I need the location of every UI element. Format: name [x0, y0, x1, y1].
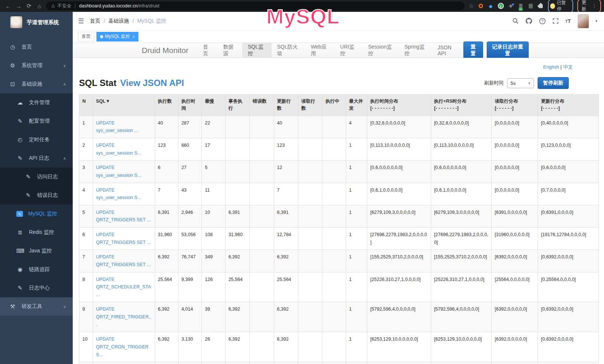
cell-exec_count: 6,392	[155, 302, 178, 332]
sidebar-item-file[interactable]: ☁文件管理	[0, 93, 73, 112]
druid-nav-首页[interactable]: 首页	[197, 43, 217, 57]
sidebar-item-redis[interactable]: ≣Redis 监控	[0, 223, 73, 242]
fullscreen-icon[interactable]	[552, 18, 559, 24]
sql-statement-link[interactable]: UPDATE sys_user_session S...	[96, 165, 141, 178]
sql-statement-link[interactable]: UPDATE sys_user_session S...	[96, 188, 141, 201]
sidebar-item-access-log[interactable]: ✎访问日志	[0, 168, 73, 186]
cell-update_row_dist: [0,6391,0,0,0,0]	[538, 205, 599, 227]
sidebar-item-log-center[interactable]: ✎日志中心	[0, 279, 73, 297]
sql-stat-table: NSQL▼执行数执行时间最慢事务执行错误数更新行数读取行数执行中最大并发执行时间…	[79, 94, 599, 364]
druid-nav-SQL监控[interactable]: SQL监控	[242, 43, 272, 57]
sidebar-item-home[interactable]: ◷首页	[0, 38, 73, 56]
sql-statement-link[interactable]: UPDATE QRTZ_FIRED_TRIGGER...	[96, 307, 151, 327]
forward-icon[interactable]: →	[13, 3, 24, 9]
column-header-n[interactable]: N	[79, 95, 93, 116]
sidebar-item-label: 文件管理	[29, 99, 50, 106]
github-icon[interactable]	[525, 17, 532, 24]
extension-blocks-icon[interactable]: ❖◆	[508, 3, 514, 9]
sidebar-item-java[interactable]: ⌨Java 监控	[0, 242, 73, 260]
back-icon[interactable]: ←	[3, 3, 13, 9]
column-header-running[interactable]: 执行中	[322, 95, 346, 116]
druid-nav-Web应用[interactable]: Web应用	[305, 43, 335, 57]
language-link-English[interactable]: English	[543, 64, 559, 70]
on-badge: on	[519, 8, 523, 11]
column-header-txn[interactable]: 事务执行	[225, 95, 249, 116]
sidebar-item-mysql[interactable]: ∿MySQL 监控	[0, 205, 73, 223]
druid-nav-Spring监控[interactable]: Spring监控	[399, 43, 432, 57]
home-icon[interactable]: ⌂	[34, 3, 45, 9]
cell-errors	[250, 302, 274, 332]
sql-statement-link[interactable]: UPDATE sys_user_session S...	[96, 143, 141, 156]
cell-max_concurrent: 1	[346, 228, 367, 250]
column-header-update_rows[interactable]: 更新行数	[274, 95, 298, 116]
breadcrumb-item[interactable]: 基础设施	[108, 18, 129, 24]
sql-statement-link[interactable]: UPDATE QRTZ_CRON_TRIGGERS...	[96, 337, 148, 357]
sidebar-item-config[interactable]: ✎配置管理	[0, 112, 73, 130]
extension-vue-devtools-icon[interactable]: y	[498, 3, 504, 9]
sql-statement-link[interactable]: UPDATE QRTZ_TRIGGERS SET ...	[96, 254, 151, 267]
cell-max_concurrent: 1	[346, 362, 367, 364]
cell-sql: UPDATE QRTZ_SCHEDULER_STA...	[93, 272, 155, 302]
avatar-caret-icon[interactable]: ▾	[595, 19, 597, 23]
sidebar-item-system[interactable]: ⚙系统管理∨	[0, 56, 73, 75]
language-link-中文[interactable]: 中文	[563, 64, 573, 70]
sidebar-item-error-log[interactable]: ✎错误日志	[0, 186, 73, 205]
search-icon[interactable]	[512, 18, 519, 24]
reset-button[interactable]: 重置	[463, 42, 483, 59]
column-header-sql[interactable]: SQL▼	[93, 95, 155, 116]
sql-statement-link[interactable]: UPDATE QRTZ_TRIGGERS SET ...	[96, 232, 151, 245]
druid-nav-数据源[interactable]: 数据源	[217, 43, 242, 57]
sidebar-item-trace[interactable]: ◉链路追踪	[0, 260, 73, 279]
reload-icon[interactable]: ⟳	[24, 3, 34, 9]
druid-nav-URI监控[interactable]: URI监控	[335, 43, 362, 57]
view-json-api-link[interactable]: View JSON API	[120, 78, 184, 88]
log-and-reset-button[interactable]: 记录日志并重置	[487, 42, 529, 59]
column-header-exec_count[interactable]: 执行数	[155, 95, 178, 116]
extensions-puzzle-icon[interactable]	[538, 3, 544, 9]
column-header-fetch_rows[interactable]: 读取行数	[298, 95, 322, 116]
user-avatar[interactable]	[578, 14, 589, 28]
column-header-max_concurrent[interactable]: 最大并发	[346, 95, 367, 116]
breadcrumb-separator: /	[132, 18, 134, 24]
sidebar-item-api-log[interactable]: ✎API 日志∧	[0, 149, 73, 168]
druid-brand[interactable]: Druid Monitor	[142, 46, 188, 55]
druid-nav-SQL防火墙[interactable]: SQL防火墙	[272, 43, 305, 57]
address-bar[interactable]: ⚠ 不安全 dashboard.yudao.iocoder.cn/infra/d…	[46, 1, 465, 10]
extension-donut-icon[interactable]	[478, 3, 484, 9]
help-icon[interactable]: ?	[539, 18, 546, 24]
column-header-label: 执行数	[158, 99, 172, 104]
refresh-interval-select[interactable]: 5s∨	[507, 78, 534, 88]
font-size-icon[interactable]: TTTT	[565, 18, 571, 24]
extension-misc-icon[interactable]	[528, 3, 534, 9]
column-header-exec_time[interactable]: 执行时间	[178, 95, 201, 116]
column-header-range: [- - - - - -]	[495, 106, 513, 111]
hamburger-icon[interactable]: ☰	[78, 17, 84, 25]
pause-refresh-button[interactable]: 暂停刷新	[538, 77, 569, 89]
column-header-update_row_dist[interactable]: 更新行分布[- - - - - -]	[538, 95, 599, 116]
extension-kite-icon[interactable]: ◆	[488, 3, 494, 9]
sidebar-item-infra[interactable]: ⊡基础设施∧	[0, 75, 73, 93]
tab-close-icon[interactable]: ×	[132, 34, 135, 39]
extension-list-icon[interactable]: ☰on	[518, 3, 524, 9]
druid-nav-Session监控[interactable]: Session监控	[362, 43, 399, 57]
cell-errors	[250, 205, 274, 227]
security-label[interactable]: 不安全	[58, 3, 72, 9]
breadcrumb-item[interactable]: 首页	[90, 18, 100, 24]
column-header-exec_time_dist[interactable]: 执行时间分布[- - - - - - - -]	[367, 95, 431, 116]
bookmark-star-icon[interactable]: ☆	[469, 3, 474, 9]
sql-statement-link[interactable]: UPDATE sys_user_session ...	[96, 120, 138, 133]
cell-update_rows: 7	[274, 183, 298, 205]
sql-statement-link[interactable]: UPDATE QRTZ_TRIGGERS SET ...	[96, 210, 151, 223]
druid-nav-JSON API[interactable]: JSON API	[432, 43, 463, 57]
sidebar-header[interactable]: 芋道管理系统	[0, 12, 73, 33]
column-header-errors[interactable]: 错误数	[250, 95, 274, 116]
sidebar-item-devtools[interactable]: ⚒研发工具∨	[0, 297, 73, 316]
cell-txn: 6,391	[225, 205, 249, 227]
column-header-exec_rs_dist[interactable]: 执行+RS时分布[- - - - - - - -]	[431, 95, 492, 116]
column-header-fetch_row_dist[interactable]: 读取行分布[- - - - - -]	[492, 95, 538, 116]
tab-MySQL 监控[interactable]: MySQL 监控×	[96, 32, 138, 42]
sidebar-item-job[interactable]: ◴定时任务	[0, 130, 73, 149]
column-header-slowest[interactable]: 最慢	[202, 95, 225, 116]
tab-首页[interactable]: 首页	[78, 32, 94, 42]
sql-statement-link[interactable]: UPDATE QRTZ_SCHEDULER_STA...	[96, 277, 151, 297]
